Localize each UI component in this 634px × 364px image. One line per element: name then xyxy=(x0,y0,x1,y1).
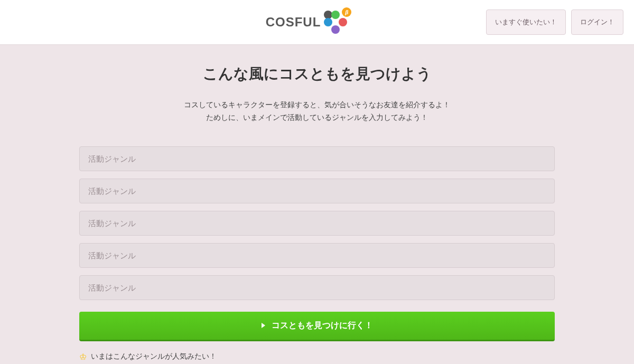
description-line-2: ためしに、いまメインで活動しているジャンルを入力してみよう！ xyxy=(79,111,555,124)
popular-section: ♔ いまはこんなジャンルが人気みたい！ キルラキル 進撃の巨人 黒子のバスケ xyxy=(79,352,555,364)
genre-input-4[interactable] xyxy=(79,243,555,268)
genre-input-5[interactable] xyxy=(79,275,555,300)
logo-icon: β xyxy=(324,11,347,34)
main-content: こんな風にコスともを見つけよう コスしているキャラクターを登録すると、気が合いそ… xyxy=(69,45,565,364)
popular-heading-text: いまはこんなジャンルが人気みたい！ xyxy=(91,352,217,361)
submit-button[interactable]: コスともを見つけに行く！ xyxy=(79,312,555,341)
header-buttons: いますぐ使いたい！ ログイン！ xyxy=(486,10,623,35)
header: COSFUL β いますぐ使いたい！ ログイン！ xyxy=(0,0,634,45)
description: コスしているキャラクターを登録すると、気が合いそうなお友達を紹介するよ！ ためし… xyxy=(79,99,555,124)
chevron-right-icon xyxy=(262,323,265,328)
crown-icon: ♔ xyxy=(79,352,87,362)
login-button[interactable]: ログイン！ xyxy=(571,10,623,35)
genre-input-1[interactable] xyxy=(79,146,555,171)
logo[interactable]: COSFUL β xyxy=(266,11,348,34)
logo-text: COSFUL xyxy=(266,15,321,30)
genre-input-2[interactable] xyxy=(79,179,555,203)
page-title: こんな風にコスともを見つけよう xyxy=(79,64,555,84)
beta-badge: β xyxy=(342,7,351,17)
submit-button-label: コスともを見つけに行く！ xyxy=(272,320,373,331)
popular-heading: ♔ いまはこんなジャンルが人気みたい！ xyxy=(79,352,555,362)
logo-container: COSFUL β xyxy=(127,11,486,34)
use-now-button[interactable]: いますぐ使いたい！ xyxy=(486,10,566,35)
genre-input-3[interactable] xyxy=(79,211,555,236)
description-line-1: コスしているキャラクターを登録すると、気が合いそうなお友達を紹介するよ！ xyxy=(79,99,555,111)
